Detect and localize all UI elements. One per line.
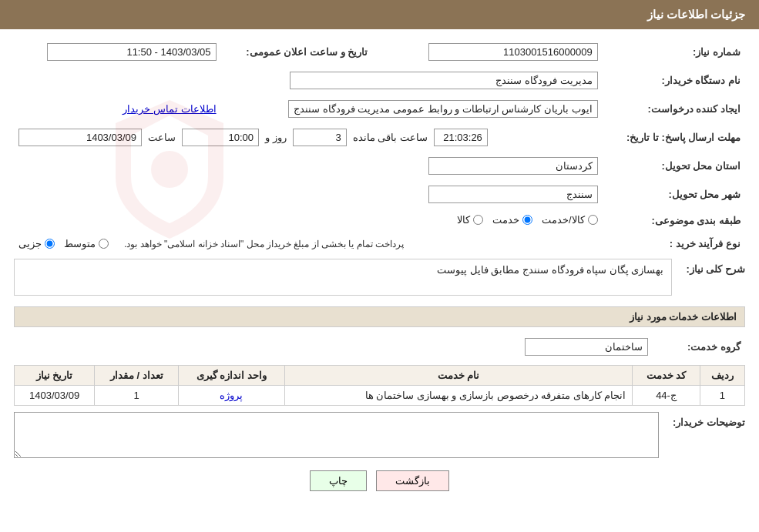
buyer-notes-wrapper — [14, 412, 659, 458]
response-days: 3 — [293, 129, 347, 146]
page-title: جزئیات اطلاعات نیاز — [647, 8, 745, 21]
buyer-notes-input[interactable] — [14, 412, 659, 458]
table-row: 1 ج-44 انجام کارهای متفرقه درخصوص بازساز… — [15, 386, 745, 406]
cell-qty: 1 — [95, 386, 179, 406]
category-option-khedmat[interactable]: خدمت — [492, 214, 532, 226]
cell-name: انجام کارهای متفرقه درخصوص بازسازی و بهس… — [284, 386, 633, 406]
page-header: جزئیات اطلاعات نیاز — [0, 0, 759, 29]
radio-kala-khedmat[interactable] — [588, 215, 598, 225]
description-label: شرح کلی نیاز: — [686, 259, 745, 275]
category-option-kala[interactable]: کالا — [457, 214, 483, 226]
buyer-notes-section: توضیحات خریدار: — [14, 412, 745, 458]
province-label: استان محل تحویل: — [603, 154, 745, 178]
top-info-table: شماره نیاز: 1103001516000009 تاریخ و ساع… — [14, 40, 745, 253]
remaining-time: 21:03:26 — [434, 129, 488, 146]
col-header-row: ردیف — [700, 366, 744, 386]
radio-medium[interactable] — [99, 239, 109, 249]
purchase-type-note: پرداخت تمام یا بخشی از مبلغ خریداز محل "… — [124, 239, 404, 249]
creator-label: ایجاد کننده درخواست: — [603, 97, 745, 121]
cell-date: 1403/03/09 — [15, 386, 95, 406]
province-value: کردستان — [428, 157, 598, 175]
announce-date-value: 1403/03/05 - 11:50 — [47, 43, 217, 61]
creator-value: ایوب باریان کارشناس ارتباطات و روابط عمو… — [288, 100, 598, 118]
cell-code: ج-44 — [633, 386, 700, 406]
cell-unit: پروژه — [179, 386, 284, 406]
buyer-notes-label: توضیحات خریدار: — [673, 412, 745, 428]
description-value: بهسازی پگان سپاه فرودگاه سنندج مطابق فای… — [437, 264, 663, 276]
service-info-section-title: اطلاعات خدمات مورد نیاز — [14, 306, 745, 327]
creator-contact-link[interactable]: اطلاعات تماس خریدار — [123, 103, 216, 115]
label-medium: متوسط — [64, 238, 96, 249]
col-header-qty: تعداد / مقدار — [95, 366, 179, 386]
radio-partial[interactable] — [45, 239, 55, 249]
description-box: بهسازی پگان سپاه فرودگاه سنندج مطابق فای… — [14, 259, 672, 296]
deadline-label: مهلت ارسال پاسخ: تا تاریخ: — [603, 125, 745, 149]
action-buttons: بازگشت چاپ — [14, 470, 745, 491]
label-partial: جزیی — [18, 238, 42, 249]
announce-date-label: تاریخ و ساعت اعلان عمومی: — [221, 40, 373, 64]
label-khedmat: خدمت — [492, 214, 519, 226]
purchase-type-label: نوع فرآیند خرید : — [603, 235, 745, 253]
service-group-table: گروه خدمت: ساختمان — [14, 335, 745, 359]
service-group-value: ساختمان — [525, 338, 648, 356]
back-button[interactable]: بازگشت — [376, 470, 449, 491]
col-header-date: تاریخ نیاز — [15, 366, 95, 386]
description-section: شرح کلی نیاز: بهسازی پگان سپاه فرودگاه س… — [14, 259, 745, 299]
label-kala: کالا — [457, 214, 470, 226]
day-label: روز و — [265, 132, 287, 143]
service-group-label: گروه خدمت: — [653, 335, 745, 359]
radio-khedmat[interactable] — [522, 215, 532, 225]
page-content: شماره نیاز: 1103001516000009 تاریخ و ساع… — [0, 29, 759, 514]
cell-row: 1 — [700, 386, 744, 406]
purchase-type-medium[interactable]: متوسط — [64, 238, 109, 249]
time-label: ساعت — [148, 132, 176, 143]
col-header-unit: واحد اندازه گیری — [179, 366, 284, 386]
remaining-label: ساعت باقی مانده — [353, 132, 428, 143]
category-label: طبقه بندی موضوعی: — [603, 211, 745, 230]
services-table: ردیف کد خدمت نام خدمت واحد اندازه گیری ت… — [14, 365, 745, 406]
response-time: 10:00 — [182, 129, 259, 146]
buyer-org-value: مدیریت فرودگاه سنندج — [290, 72, 598, 89]
col-header-code: کد خدمت — [633, 366, 700, 386]
radio-kala[interactable] — [473, 215, 483, 225]
page-wrapper: جزئیات اطلاعات نیاز شماره نیاز: 11030015… — [0, 0, 759, 532]
city-value: سنندج — [428, 186, 598, 203]
purchase-type-partial[interactable]: جزیی — [18, 238, 55, 249]
city-label: شهر محل تحویل: — [603, 182, 745, 206]
need-number-value: 1103001516000009 — [428, 43, 598, 61]
col-header-name: نام خدمت — [284, 366, 633, 386]
label-kala-khedmat: کالا/خدمت — [542, 214, 585, 226]
buyer-org-label: نام دستگاه خریدار: — [603, 69, 745, 92]
response-date: 1403/03/09 — [18, 129, 142, 146]
purchase-type-radio-group: متوسط جزیی — [18, 238, 109, 249]
print-button[interactable]: چاپ — [310, 470, 367, 491]
category-option-kala-khedmat[interactable]: کالا/خدمت — [542, 214, 598, 226]
category-radio-group: کالا/خدمت خدمت کالا — [457, 214, 598, 226]
need-number-label: شماره نیاز: — [603, 40, 745, 64]
